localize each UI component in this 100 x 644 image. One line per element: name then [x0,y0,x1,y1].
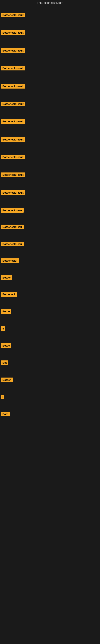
badge-row-17: Bottleneck [0,291,18,299]
bottleneck-badge-19[interactable]: B [1,326,5,331]
badge-row-5: Bottleneck result [0,83,26,90]
bottleneck-badge-16[interactable]: Bottler [1,275,12,280]
bottleneck-badge-1[interactable]: Bottleneck result [1,13,25,17]
badge-row-20: Bottle [0,342,12,350]
bottleneck-badge-7[interactable]: Bottleneck result [1,119,25,124]
bottleneck-badge-15[interactable]: Bottleneck r [1,258,19,263]
badge-row-15: Bottleneck r [0,257,20,265]
bottleneck-badge-11[interactable]: Bottleneck result [1,190,25,195]
bottleneck-badge-3[interactable]: Bottleneck result [1,48,25,53]
badge-row-7: Bottleneck result [0,118,26,126]
badge-row-4: Bottleneck result [0,64,26,72]
bottleneck-badge-18[interactable]: Bottle [1,309,11,314]
bottleneck-badge-24[interactable]: Bottl [1,412,10,416]
badge-row-9: Bottleneck result [0,154,26,162]
bottleneck-badge-2[interactable]: Bottleneck result [1,30,25,35]
badge-row-11: Bottleneck result [0,189,26,197]
bottleneck-badge-21[interactable]: Bot [1,360,8,365]
bottleneck-badge-14[interactable]: Bottleneck resu [1,242,24,246]
badge-row-1: Bottleneck result [0,12,26,19]
badge-row-23: I [0,394,5,401]
badge-row-6: Bottleneck result [0,100,26,108]
badge-row-16: Bottler [0,274,13,282]
badge-row-19: B [0,325,6,333]
badge-row-2: Bottleneck result [0,29,26,37]
badge-row-14: Bottleneck resu [0,240,24,248]
bottleneck-badge-17[interactable]: Bottleneck [1,292,17,297]
bottleneck-badge-5[interactable]: Bottleneck result [1,84,25,88]
bottleneck-badge-8[interactable]: Bottleneck result [1,137,25,142]
badge-row-8: Bottleneck result [0,136,26,144]
bottleneck-badge-10[interactable]: Bottleneck result [1,172,25,177]
badge-row-22: Bottlen [0,376,14,384]
badge-row-10: Bottleneck result [0,171,26,179]
bottleneck-badge-23[interactable]: I [1,395,4,399]
badge-row-3: Bottleneck result [0,47,26,55]
bottleneck-badge-12[interactable]: Bottleneck resu [1,208,24,213]
site-title: TheBottlenecker.com [0,0,100,6]
bottleneck-badge-9[interactable]: Bottleneck result [1,155,25,160]
bottleneck-badge-20[interactable]: Bottle [1,343,11,348]
badge-row-21: Bot [0,359,9,367]
bottleneck-badge-6[interactable]: Bottleneck result [1,102,25,106]
bottleneck-badge-22[interactable]: Bottlen [1,378,13,382]
bottleneck-badge-13[interactable]: Bottleneck resu [1,224,24,229]
badge-row-24: Bottl [0,410,11,418]
badge-row-13: Bottleneck resu [0,224,24,231]
badge-row-12: Bottleneck resu [0,207,24,215]
bottleneck-badge-4[interactable]: Bottleneck result [1,66,25,70]
site-header: TheBottlenecker.com [0,0,100,6]
badge-row-18: Bottle [0,308,12,316]
